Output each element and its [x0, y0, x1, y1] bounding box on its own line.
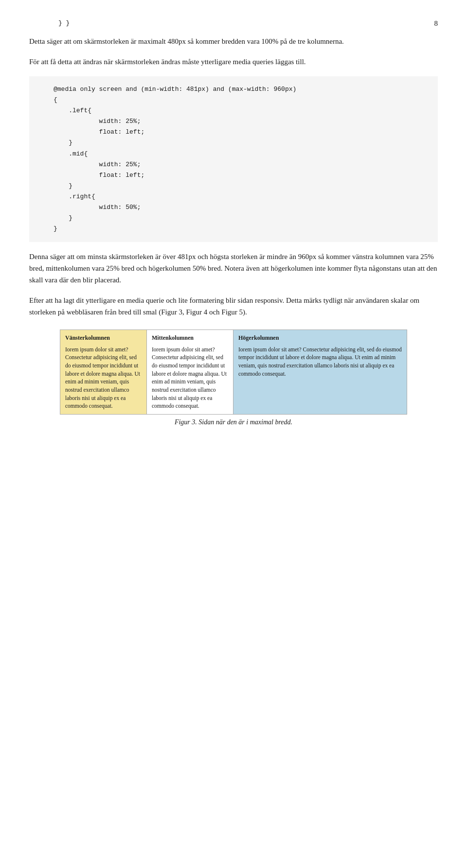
paragraph-1: Detta säger att om skärmstorleken är max… [29, 35, 438, 47]
figure-3-container: Vänsterkolumnen Iorem ipsum dolor sit am… [60, 330, 407, 426]
left-column: Vänsterkolumnen Iorem ipsum dolor sit am… [60, 330, 147, 414]
left-column-header: Vänsterkolumnen [65, 334, 142, 342]
paragraph-4: Efter att ha lagt dit ytterligare en med… [29, 295, 438, 318]
mid-column: Mittenkolumnen Iorem ipsum dolor sit ame… [147, 330, 234, 414]
right-column-body: Iorem ipsum dolor sit amet? Consectetur … [238, 346, 402, 378]
page-number: 8 [434, 19, 438, 28]
right-column: Högerkolumnen Iorem ipsum dolor sit amet… [234, 330, 407, 414]
mid-column-body: Iorem ipsum dolor sit amet? Consectetur … [152, 346, 228, 410]
right-column-header: Högerkolumnen [238, 334, 402, 342]
columns-demo: Vänsterkolumnen Iorem ipsum dolor sit am… [60, 330, 407, 415]
left-column-body: Iorem ipsum dolor sit amet? Consectetur … [65, 346, 142, 410]
paragraph-3: Denna säger att om minsta skärmstorleken… [29, 251, 438, 286]
figure-caption: Figur 3. Sidan när den är i maximal bred… [60, 418, 407, 426]
code-block: @media only screen and (min-width: 481px… [29, 76, 438, 242]
closing-braces: } } [29, 19, 438, 27]
mid-column-header: Mittenkolumnen [152, 334, 228, 342]
paragraph-2: För att få detta att ändras när skärmsto… [29, 56, 438, 68]
